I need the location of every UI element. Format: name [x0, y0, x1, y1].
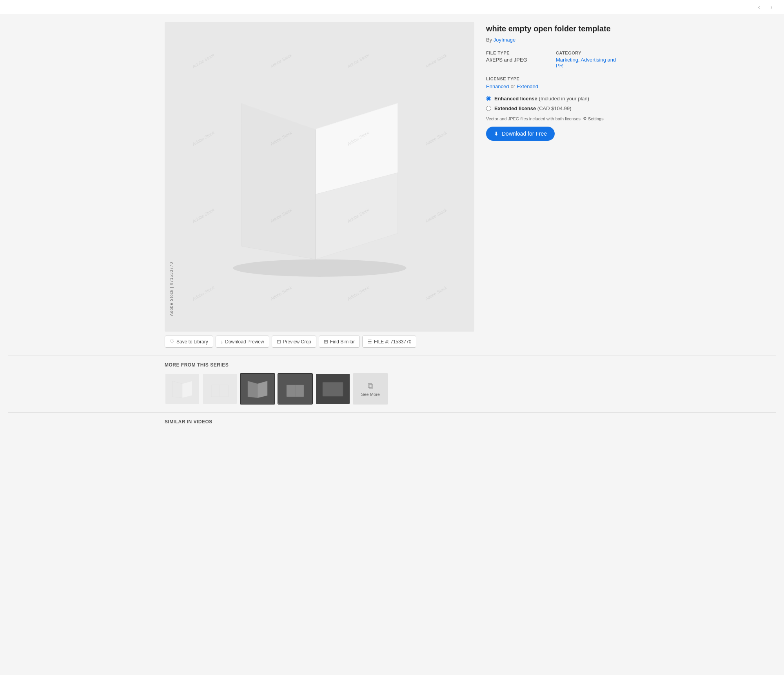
heart-icon: ♡	[170, 339, 174, 345]
find-similar-label: Find Similar	[330, 339, 355, 345]
thumbnail-5-inner	[316, 374, 350, 404]
find-similar-button[interactable]: ⊞ Find Similar	[319, 336, 360, 348]
thumb-svg-2	[208, 379, 232, 399]
videos-title: SIMILAR IN VIDEOS	[165, 419, 619, 425]
file-number-button[interactable]: ☰ FILE #: 71533770	[362, 336, 416, 348]
asset-id-vertical: Adobe Stock | #71533770	[169, 262, 174, 316]
enhanced-radio-label[interactable]: Enhanced license (Included in your plan)	[494, 96, 589, 102]
preview-crop-label: Preview Crop	[283, 339, 311, 345]
enhanced-label-note: (Included in your plan)	[539, 96, 589, 102]
thumbnail-3-inner	[241, 374, 274, 404]
file-type-block: FILE TYPE AI/EPS and JPEG	[486, 51, 550, 69]
file-note: Vector and JPEG files included with both…	[486, 116, 619, 121]
divider-2	[8, 412, 776, 413]
gear-icon: ⚙	[583, 116, 587, 121]
download-preview-button[interactable]: ↓ Download Preview	[216, 336, 269, 348]
meta-grid: FILE TYPE AI/EPS and JPEG CATEGORY Marke…	[486, 51, 619, 69]
download-btn-label: Download for Free	[502, 131, 547, 137]
thumbnail-2-inner	[203, 374, 237, 404]
thumbnail-2[interactable]	[202, 373, 238, 405]
watermark-16: Adobe Stock	[383, 240, 474, 332]
see-more-label: See More	[361, 392, 380, 397]
svg-marker-12	[248, 381, 258, 398]
top-bar: ‹ ›	[0, 0, 784, 14]
file-type-value: AI/EPS and JPEG	[486, 57, 550, 63]
extended-radio[interactable]	[486, 106, 491, 111]
extended-radio-item: Extended license (CAD $104.99)	[486, 105, 619, 111]
enhanced-radio[interactable]	[486, 96, 491, 101]
file-icon: ☰	[367, 339, 372, 345]
see-more-button[interactable]: ⧉ See More	[353, 373, 388, 405]
enhanced-radio-item: Enhanced license (Included in your plan)	[486, 96, 619, 102]
next-button[interactable]: ›	[767, 2, 776, 12]
thumb-svg-3	[246, 379, 269, 399]
thumb-svg-1	[171, 379, 194, 399]
videos-section: SIMILAR IN VIDEOS	[157, 419, 627, 425]
category-link[interactable]: Marketing, Advertising and PR	[556, 57, 616, 69]
svg-marker-8	[172, 381, 182, 398]
save-to-library-button[interactable]: ♡ Save to Library	[165, 336, 213, 348]
download-for-free-button[interactable]: ⬇ Download for Free	[486, 127, 555, 141]
see-more-icon: ⧉	[368, 381, 373, 390]
file-number-label: FILE #: 71533770	[374, 339, 411, 345]
nav-arrows: ‹ ›	[754, 2, 776, 12]
similar-icon: ⊞	[324, 339, 328, 345]
asset-image-container: Adobe Stock Adobe Stock Adobe Stock Adob…	[165, 22, 474, 332]
download-preview-label: Download Preview	[225, 339, 264, 345]
series-title: MORE FROM THIS SERIES	[165, 362, 619, 368]
details-panel: white empty open folder template By JoyI…	[486, 22, 619, 348]
svg-marker-13	[258, 381, 267, 398]
image-panel: Adobe Stock Adobe Stock Adobe Stock Adob…	[165, 22, 474, 348]
thumbnail-3[interactable]	[240, 373, 275, 405]
license-or: or	[511, 83, 515, 89]
divider-1	[8, 356, 776, 356]
thumb-svg-5	[321, 379, 345, 399]
thumbnail-5[interactable]	[315, 373, 350, 405]
asset-title: white empty open folder template	[486, 24, 619, 34]
thumbnails-row: ⧉ See More	[165, 373, 619, 405]
category-value: Marketing, Advertising and PR	[556, 57, 619, 69]
extended-radio-label[interactable]: Extended license (CAD $104.99)	[494, 105, 572, 111]
extended-label-note: (CAD $104.99)	[537, 105, 572, 111]
extended-label-bold: Extended license	[494, 105, 536, 111]
file-type-label: FILE TYPE	[486, 51, 550, 55]
main-content: Adobe Stock Adobe Stock Adobe Stock Adob…	[157, 14, 627, 356]
thumbnail-1[interactable]	[165, 373, 200, 405]
author-link[interactable]: JoyImage	[494, 37, 515, 43]
crop-icon: ⊡	[277, 339, 281, 345]
category-block: CATEGORY Marketing, Advertising and PR	[556, 51, 619, 69]
license-links: Enhanced or Extended	[486, 83, 619, 89]
watermark-grid: Adobe Stock Adobe Stock Adobe Stock Adob…	[165, 22, 474, 332]
enhanced-label-bold: Enhanced license	[494, 96, 537, 102]
license-type-label: LICENSE TYPE	[486, 76, 619, 81]
thumb-svg-4	[283, 379, 307, 399]
svg-rect-16	[323, 382, 343, 396]
download-icon: ↓	[221, 339, 223, 345]
preview-crop-button[interactable]: ⊡ Preview Crop	[272, 336, 316, 348]
enhanced-license-link[interactable]: Enhanced	[486, 83, 509, 89]
prev-button[interactable]: ‹	[754, 2, 764, 12]
svg-marker-9	[182, 381, 192, 398]
series-section: MORE FROM THIS SERIES	[157, 362, 627, 405]
category-label: CATEGORY	[556, 51, 619, 55]
license-radio-group: Enhanced license (Included in your plan)…	[486, 96, 619, 111]
author-line: By JoyImage	[486, 37, 619, 43]
thumbnail-4[interactable]	[278, 373, 313, 405]
file-note-text: Vector and JPEG files included with both…	[486, 116, 581, 121]
action-bar: ♡ Save to Library ↓ Download Preview ⊡ P…	[165, 336, 474, 348]
settings-link[interactable]: ⚙ Settings	[583, 116, 604, 121]
settings-label: Settings	[588, 116, 604, 121]
download-btn-icon: ⬇	[494, 131, 499, 137]
extended-license-link[interactable]: Extended	[517, 83, 538, 89]
save-label: Save to Library	[176, 339, 208, 345]
thumbnail-4-inner	[278, 374, 312, 404]
thumbnail-1-inner	[165, 374, 199, 404]
license-section: LICENSE TYPE Enhanced or Extended	[486, 76, 619, 89]
